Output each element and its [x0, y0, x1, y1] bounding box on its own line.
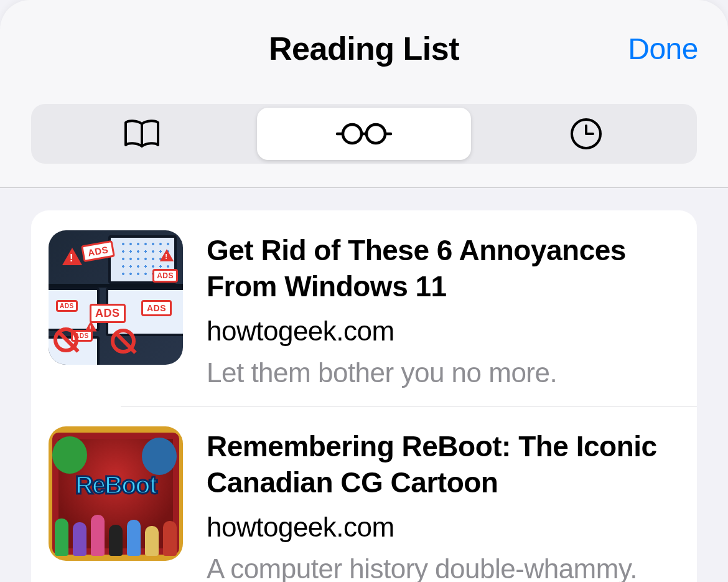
book-icon: [123, 119, 161, 149]
ads-badge: ADS: [90, 304, 126, 323]
sheet-header: Reading List Done: [0, 0, 728, 96]
ads-badge: ADS: [152, 269, 178, 283]
article-snippet: Let them bother you no more.: [207, 355, 679, 390]
glasses-icon: [336, 121, 392, 146]
tab-reading-list[interactable]: [257, 108, 472, 160]
ads-badge: ADS: [141, 300, 172, 316]
list-item-text: Get Rid of These 6 Annoyances From Windo…: [183, 230, 679, 390]
article-domain: howtogeek.com: [207, 316, 679, 347]
article-domain: howtogeek.com: [207, 512, 679, 543]
article-title: Remembering ReBoot: The Iconic Canadian …: [207, 429, 679, 500]
reading-list-card: ADS ADS ADS ADS ADS ADS Get Rid of These…: [31, 210, 697, 582]
reading-list-sheet: Reading List Done: [0, 0, 728, 582]
clock-icon: [569, 117, 603, 151]
article-thumbnail: ReBoot: [49, 426, 183, 561]
segmented-control: [31, 104, 697, 164]
done-button[interactable]: Done: [628, 31, 698, 65]
tab-history[interactable]: [478, 108, 693, 160]
list-item[interactable]: ADS ADS ADS ADS ADS ADS Get Rid of These…: [31, 210, 697, 406]
page-title: Reading List: [269, 30, 459, 67]
list-item[interactable]: ReBoot Remembering ReBoot: The Iconic Ca…: [31, 406, 697, 582]
list-item-text: Remembering ReBoot: The Iconic Canadian …: [183, 426, 679, 582]
svg-point-1: [366, 124, 385, 143]
tab-bookmarks[interactable]: [35, 108, 250, 160]
segmented-control-container: [0, 96, 728, 181]
svg-point-0: [343, 124, 362, 143]
article-title: Get Rid of These 6 Annoyances From Windo…: [207, 233, 679, 304]
thumbnail-logo-text: ReBoot: [49, 471, 183, 499]
reading-list-area: ADS ADS ADS ADS ADS ADS Get Rid of These…: [0, 188, 728, 582]
article-thumbnail: ADS ADS ADS ADS ADS ADS: [49, 230, 183, 365]
ads-badge: ADS: [56, 300, 78, 312]
article-snippet: A computer history double-whammy.: [207, 551, 679, 582]
